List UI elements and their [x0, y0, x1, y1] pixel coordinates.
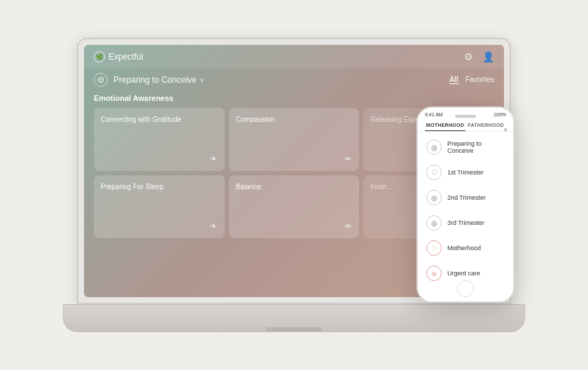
svg-point-1	[100, 79, 102, 81]
card-0[interactable]: Connecting with Gratitude ❧	[94, 108, 225, 171]
list-icon-4: ♡	[426, 240, 442, 256]
laptop-base	[63, 304, 525, 332]
section-title: Emotional Awareness	[84, 92, 504, 108]
card-icon-1: ❧	[236, 153, 353, 164]
card-3[interactable]: Preparing For Sleep ❧	[94, 175, 225, 238]
list-label-2: 2nd Trimester	[447, 194, 486, 201]
nav-title-text: Preparing to Conceive	[113, 75, 197, 85]
nav-filters: All Favorites	[449, 76, 494, 84]
gear-icon[interactable]: ⚙	[462, 50, 475, 63]
card-title-3: Preparing For Sleep	[101, 182, 218, 191]
header-icons: ⚙ 👤	[462, 50, 494, 63]
list-item-1[interactable]: ♡ 1st Trimester	[418, 160, 513, 185]
card-icon-0: ❧	[101, 153, 218, 164]
card-icon-3: ❧	[101, 220, 218, 231]
app-nav: Preparing to Conceive ∨ All Favorites	[84, 69, 504, 92]
phone-battery: 100%	[493, 112, 506, 117]
laptop-notch	[266, 327, 322, 331]
nav-circle-icon	[94, 73, 108, 87]
nav-left: Preparing to Conceive ∨	[94, 73, 204, 87]
list-icon-2: ◎	[426, 190, 442, 205]
phone-tabs: Motherhood Fatherhood	[418, 120, 513, 132]
filter-all[interactable]: All	[449, 76, 458, 84]
list-icon-3: ◎	[426, 215, 442, 231]
phone: 9:41 AM 100% Motherhood Fatherhood × ◎ P…	[416, 107, 514, 303]
filter-favorites[interactable]: Favorites	[465, 76, 494, 84]
card-4[interactable]: Balance ❧	[229, 175, 360, 238]
card-title-4: Balance	[236, 182, 353, 191]
list-icon-5: ⊕	[426, 266, 442, 281]
tab-motherhood[interactable]: Motherhood	[425, 120, 465, 131]
list-item-4[interactable]: ♡ Motherhood	[418, 235, 513, 261]
list-label-5: Urgent care	[447, 270, 480, 277]
list-label-1: 1st Trimester	[447, 169, 484, 176]
app-header: 🌿 Expectful ⚙ 👤	[84, 45, 504, 69]
app-logo: 🌿 Expectful	[94, 51, 143, 62]
list-icon-1: ♡	[426, 165, 442, 180]
list-icon-0: ◎	[426, 139, 442, 155]
list-label-0: Preparing to Conceive	[447, 140, 505, 154]
phone-status-bar: 9:41 AM 100%	[418, 108, 513, 120]
list-label-4: Motherhood	[447, 245, 481, 252]
phone-list: ◎ Preparing to Conceive ♡ 1st Trimester …	[418, 132, 513, 289]
logo-icon: 🌿	[94, 51, 105, 62]
scene: 🌿 Expectful ⚙ 👤 Prepar	[0, 0, 588, 370]
dropdown-icon: ∨	[200, 76, 204, 83]
phone-home-button[interactable]	[457, 280, 474, 297]
card-1[interactable]: Compassion ❧	[229, 108, 360, 171]
list-item-0[interactable]: ◎ Preparing to Conceive	[418, 135, 513, 160]
phone-screen: 9:41 AM 100% Motherhood Fatherhood × ◎ P…	[418, 108, 513, 301]
phone-time: 9:41 AM	[425, 112, 443, 117]
tab-fatherhood[interactable]: Fatherhood	[465, 120, 506, 131]
nav-title[interactable]: Preparing to Conceive ∨	[113, 75, 204, 85]
card-icon-4: ❧	[236, 220, 353, 231]
card-title-0: Connecting with Gratitude	[101, 115, 218, 124]
logo-text: Expectful	[108, 52, 143, 62]
user-icon[interactable]: 👤	[482, 50, 494, 63]
list-item-2[interactable]: ◎ 2nd Trimester	[418, 185, 513, 210]
phone-speaker	[455, 115, 476, 118]
list-item-3[interactable]: ◎ 3rd Trimester	[418, 210, 513, 235]
card-title-1: Compassion	[236, 115, 353, 124]
phone-close-icon[interactable]: ×	[503, 126, 507, 134]
list-label-3: 3rd Trimester	[447, 219, 484, 226]
